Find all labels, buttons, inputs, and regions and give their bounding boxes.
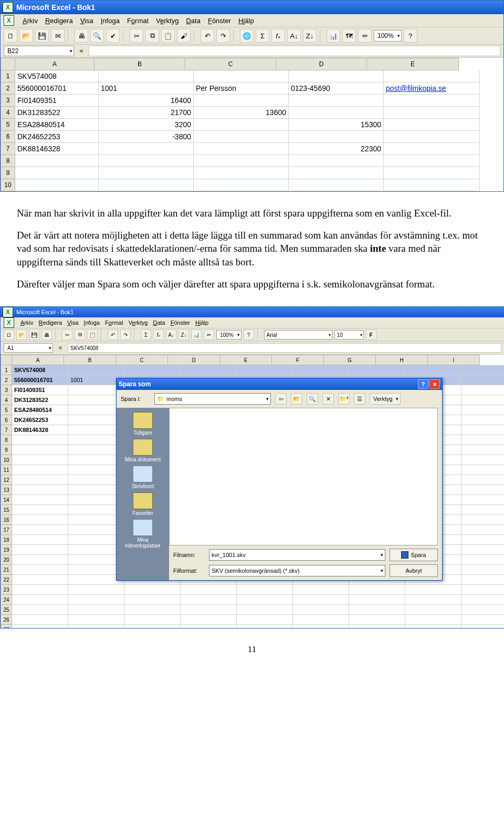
filename-input[interactable]: kvr_1001.skv bbox=[209, 549, 385, 561]
row-header[interactable]: 9 bbox=[1, 167, 15, 179]
menu-fonster[interactable]: Fönster bbox=[208, 17, 231, 25]
cell[interactable] bbox=[461, 395, 504, 405]
chart-icon[interactable]: 📊 bbox=[191, 329, 202, 340]
row-header[interactable]: 25 bbox=[1, 605, 12, 615]
cell[interactable]: 556000016701 bbox=[15, 83, 99, 95]
row-header[interactable]: 13 bbox=[1, 485, 12, 495]
cell[interactable]: 13600 bbox=[194, 107, 289, 119]
menu-infoga[interactable]: Infoga bbox=[101, 17, 120, 25]
copy-icon[interactable]: ⧉ bbox=[145, 29, 159, 43]
col-header-A[interactable]: A bbox=[15, 58, 94, 70]
redo-icon[interactable]: ↷ bbox=[120, 329, 131, 340]
cell[interactable] bbox=[461, 585, 504, 595]
menu-visa[interactable]: Visa bbox=[80, 17, 93, 25]
cell[interactable] bbox=[194, 119, 289, 131]
cell[interactable] bbox=[461, 475, 504, 485]
cell[interactable] bbox=[194, 179, 289, 191]
row-header[interactable]: 10 bbox=[1, 455, 12, 465]
cell[interactable] bbox=[181, 365, 237, 375]
cell[interactable] bbox=[237, 595, 293, 605]
menu-data[interactable]: Data bbox=[186, 17, 200, 25]
map-icon[interactable]: 🗺 bbox=[342, 29, 356, 43]
cell[interactable] bbox=[181, 605, 237, 615]
cell[interactable] bbox=[68, 605, 124, 615]
menu-hjalp[interactable]: Hjälp bbox=[238, 17, 254, 25]
cell[interactable] bbox=[124, 595, 181, 605]
row-header[interactable]: 24 bbox=[1, 595, 12, 605]
cell[interactable] bbox=[12, 445, 68, 455]
cell[interactable] bbox=[289, 179, 384, 191]
col-header[interactable]: H bbox=[376, 355, 428, 365]
row-header[interactable]: 20 bbox=[1, 555, 12, 565]
cell[interactable] bbox=[461, 435, 504, 445]
row-header[interactable]: 11 bbox=[1, 465, 12, 475]
cell[interactable] bbox=[384, 167, 480, 179]
cell[interactable] bbox=[461, 565, 504, 575]
cell[interactable] bbox=[12, 455, 68, 465]
function-icon[interactable]: fₓ bbox=[271, 29, 285, 43]
cell[interactable] bbox=[12, 495, 68, 505]
dialog-titlebar[interactable]: Spara som ? ✕ bbox=[117, 378, 442, 390]
sort-asc-icon[interactable]: A↓ bbox=[287, 29, 301, 43]
menu-verktyg[interactable]: Verktyg bbox=[129, 319, 148, 326]
cell[interactable] bbox=[461, 445, 504, 455]
formula-input[interactable] bbox=[89, 46, 500, 56]
cell[interactable]: SKV574008 bbox=[15, 70, 99, 83]
cell[interactable] bbox=[99, 167, 194, 179]
paste-icon[interactable]: 📋 bbox=[161, 29, 175, 43]
undo-icon[interactable]: ↶ bbox=[201, 29, 214, 43]
cell[interactable] bbox=[461, 505, 504, 515]
cell[interactable] bbox=[12, 565, 68, 575]
cell[interactable] bbox=[237, 365, 293, 375]
fontsize-dropdown[interactable]: 10 bbox=[334, 330, 364, 339]
place-natverksplatser[interactable]: Mina nätverksplatser bbox=[121, 519, 165, 549]
save-icon[interactable]: 💾 bbox=[29, 329, 39, 340]
cell[interactable] bbox=[405, 585, 461, 595]
cell[interactable] bbox=[461, 405, 504, 415]
save-icon[interactable]: 💾 bbox=[35, 29, 49, 43]
help-icon[interactable]: ? bbox=[404, 29, 417, 43]
cell[interactable] bbox=[68, 595, 124, 605]
menu-data[interactable]: Data bbox=[153, 319, 165, 326]
cell[interactable] bbox=[181, 615, 237, 625]
cell[interactable] bbox=[384, 119, 480, 131]
cell[interactable] bbox=[461, 525, 504, 535]
open-icon[interactable]: 📂 bbox=[19, 29, 33, 43]
chart-icon[interactable]: 📊 bbox=[327, 29, 340, 43]
row-header[interactable]: 12 bbox=[1, 475, 12, 485]
cell[interactable] bbox=[461, 415, 504, 425]
row-header[interactable]: 21 bbox=[1, 565, 12, 575]
function-icon[interactable]: fₓ bbox=[153, 329, 164, 340]
sort-desc-icon[interactable]: Z↓ bbox=[303, 29, 317, 43]
cell[interactable] bbox=[12, 435, 68, 445]
cell[interactable] bbox=[181, 585, 237, 595]
row-header[interactable]: 14 bbox=[1, 495, 12, 505]
cell[interactable] bbox=[293, 595, 349, 605]
cell[interactable] bbox=[181, 625, 237, 628]
row-header[interactable]: 7 bbox=[1, 425, 12, 435]
cell[interactable] bbox=[124, 585, 181, 595]
name-box[interactable]: A1 bbox=[4, 343, 53, 353]
drawing-icon[interactable]: ✏ bbox=[358, 29, 372, 43]
cell[interactable] bbox=[349, 365, 405, 375]
cell[interactable] bbox=[349, 585, 405, 595]
cell[interactable]: DK24652253 bbox=[12, 415, 68, 425]
cell[interactable] bbox=[181, 595, 237, 605]
cell[interactable]: 3200 bbox=[99, 119, 194, 131]
row-header[interactable]: 3 bbox=[1, 385, 12, 395]
cell[interactable] bbox=[124, 615, 181, 625]
cell[interactable] bbox=[68, 365, 124, 375]
cell[interactable] bbox=[12, 475, 68, 485]
row-header[interactable]: 7 bbox=[1, 143, 15, 155]
name-box[interactable]: B22 bbox=[4, 46, 74, 56]
menu-hjalp[interactable]: Hjälp bbox=[195, 319, 208, 326]
menu-format[interactable]: Format bbox=[127, 17, 149, 25]
cell[interactable]: DK31283522 bbox=[15, 107, 99, 119]
save-in-dropdown[interactable]: 📁 moms bbox=[154, 393, 271, 405]
cell[interactable] bbox=[461, 545, 504, 555]
cell[interactable] bbox=[15, 179, 99, 191]
menu-arkiv[interactable]: Arkiv bbox=[20, 319, 33, 326]
cell[interactable] bbox=[12, 595, 68, 605]
cell[interactable] bbox=[68, 625, 124, 628]
cell[interactable] bbox=[461, 465, 504, 475]
